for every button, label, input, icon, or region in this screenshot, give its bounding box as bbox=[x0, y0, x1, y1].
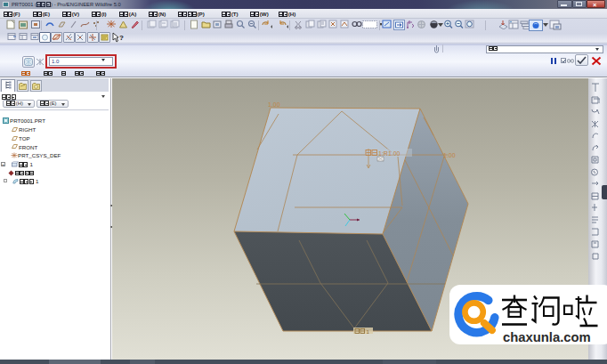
svg-text:1.00: 1.00 bbox=[268, 101, 280, 108]
svg-text:1:R1.00: 1:R1.00 bbox=[378, 150, 401, 157]
svg-text:?: ? bbox=[119, 34, 124, 42]
svg-text:1.00: 1.00 bbox=[443, 152, 456, 158]
